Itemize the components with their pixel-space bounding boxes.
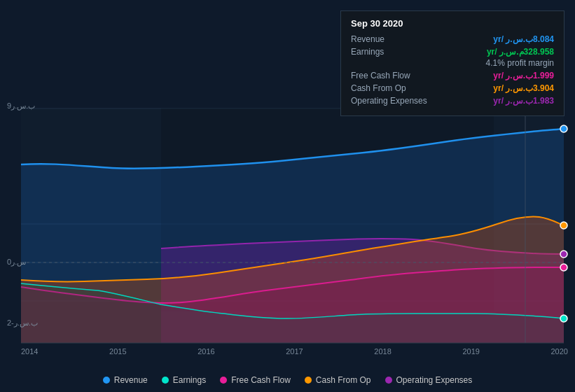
y-label-top: 9ب.س.ر	[7, 102, 35, 111]
svg-point-11	[560, 264, 567, 271]
tooltip-cashfromop-value: 3.904ب.س.ر /yr	[493, 83, 554, 93]
legend-fcf[interactable]: Free Cash Flow	[220, 375, 291, 385]
x-label-2019: 2019	[462, 347, 479, 356]
tooltip-box: Sep 30 2020 Revenue 8.084ب.س.ر /yr Earni…	[340, 10, 564, 116]
tooltip-opex-value: 1.983ب.س.ر /yr	[493, 96, 554, 106]
y-label-zero: 0س.ر	[7, 258, 26, 267]
x-label-2017: 2017	[286, 347, 303, 356]
tooltip-date: Sep 30 2020	[351, 18, 554, 29]
legend-label-cashfromop: Cash From Op	[316, 375, 371, 385]
tooltip-opex-row: Operating Expenses 1.983ب.س.ر /yr	[351, 96, 554, 106]
legend-label-opex: Operating Expenses	[396, 375, 473, 385]
tooltip-revenue-value: 8.084ب.س.ر /yr	[493, 34, 554, 44]
legend-label-earnings: Earnings	[173, 375, 206, 385]
tooltip-fcf-value: 1.999ب.س.ر /yr	[493, 71, 554, 80]
svg-point-10	[560, 222, 567, 229]
tooltip-fcf-label: Free Cash Flow	[351, 71, 410, 80]
tooltip-revenue-row: Revenue 8.084ب.س.ر /yr	[351, 34, 554, 44]
legend-label-fcf: Free Cash Flow	[231, 375, 291, 385]
tooltip-opex-label: Operating Expenses	[351, 96, 427, 106]
legend-dot-earnings	[162, 377, 169, 384]
x-label-2014: 2014	[21, 347, 38, 356]
tooltip-earnings-label: Earnings	[351, 47, 384, 57]
y-label-neg: 2-ب.س.ر	[7, 318, 38, 328]
legend-cashfromop[interactable]: Cash From Op	[305, 375, 371, 385]
chart-container: 9ب.س.ر 0س.ر 2-ب.س.ر 2014 2015 2016 2017 …	[0, 0, 575, 392]
tooltip-cashfromop-label: Cash From Op	[351, 83, 406, 93]
tooltip-revenue-label: Revenue	[351, 34, 385, 44]
x-label-2015: 2015	[109, 347, 126, 356]
legend-dot-revenue	[103, 377, 110, 384]
svg-point-12	[560, 251, 567, 258]
svg-point-9	[560, 125, 567, 132]
legend-opex[interactable]: Operating Expenses	[385, 375, 473, 385]
legend-earnings[interactable]: Earnings	[162, 375, 206, 385]
legend-label-revenue: Revenue	[114, 375, 148, 385]
x-axis-labels: 2014 2015 2016 2017 2018 2019 2020	[21, 347, 568, 356]
tooltip-fcf-row: Free Cash Flow 1.999ب.س.ر /yr	[351, 71, 554, 80]
legend-dot-fcf	[220, 377, 227, 384]
legend-dot-opex	[385, 377, 392, 384]
x-label-2018: 2018	[374, 347, 391, 356]
tooltip-earnings-value: 328.958م.س.ر /yr	[487, 47, 554, 57]
svg-point-13	[560, 315, 567, 322]
x-label-2020: 2020	[550, 347, 567, 356]
legend-revenue[interactable]: Revenue	[103, 375, 148, 385]
chart-legend: Revenue Earnings Free Cash Flow Cash Fro…	[0, 375, 575, 385]
legend-dot-cashfromop	[305, 377, 312, 384]
tooltip-profit-margin: 4.1% profit margin	[351, 58, 554, 68]
x-label-2016: 2016	[198, 347, 214, 356]
tooltip-earnings-row: Earnings 328.958م.س.ر /yr	[351, 47, 554, 57]
tooltip-cashfromop-row: Cash From Op 3.904ب.س.ر /yr	[351, 83, 554, 93]
